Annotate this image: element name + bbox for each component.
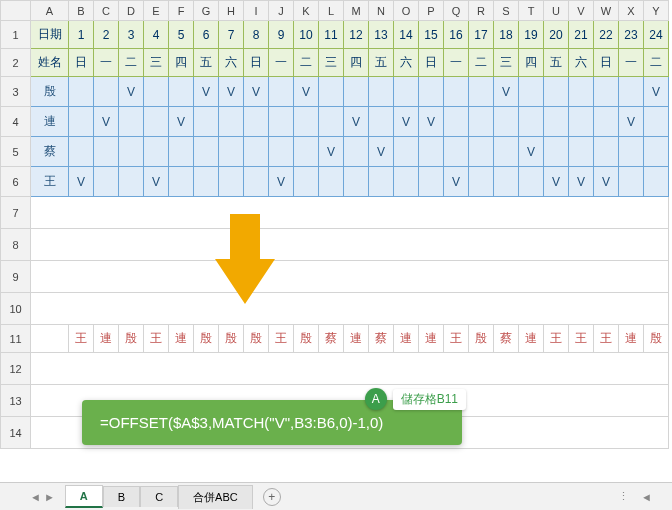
spreadsheet-grid[interactable]: A B C D E F G H I J K L M N O P Q R S T … [0,0,669,449]
person-row: 5 蔡 VVV [1,137,669,167]
row-header[interactable]: 2 [1,49,31,77]
col-header[interactable]: V [569,1,594,21]
row-header[interactable]: 10 [1,293,31,325]
col-header[interactable]: G [194,1,219,21]
sheet-tab-c[interactable]: C [140,486,178,507]
sheet-tab-bar: ◄ ► A B C 合併ABC + ⋮ ◄ [0,482,672,510]
date-label[interactable]: 日期 [31,21,69,49]
result-row: 11 王連殷王連殷殷殷王殷蔡連蔡連連王殷蔡連王王王連殷 [1,325,669,353]
col-header[interactable]: P [419,1,444,21]
col-header[interactable]: Y [644,1,669,21]
col-header[interactable]: N [369,1,394,21]
person-name[interactable]: 王 [31,167,69,197]
row-header[interactable]: 6 [1,167,31,197]
row-header[interactable]: 5 [1,137,31,167]
row-header[interactable]: 11 [1,325,31,353]
row-header[interactable]: 4 [1,107,31,137]
add-sheet-button[interactable]: + [263,488,281,506]
sheet-tab-merge[interactable]: 合併ABC [178,485,253,509]
col-header[interactable]: L [319,1,344,21]
col-header[interactable]: O [394,1,419,21]
person-name[interactable]: 連 [31,107,69,137]
col-header[interactable]: A [31,1,69,21]
col-header[interactable]: X [619,1,644,21]
sheet-tab-b[interactable]: B [103,486,140,507]
tab-scroll-left-icon[interactable]: ◄ [641,491,652,503]
col-header[interactable]: K [294,1,319,21]
date-row: 1 日期 12345678910111213141516171819202122… [1,21,669,49]
col-header[interactable]: D [119,1,144,21]
col-header[interactable]: J [269,1,294,21]
row-header[interactable]: 3 [1,77,31,107]
row-header[interactable]: 13 [1,385,31,417]
sheet-tab-a[interactable]: A [65,485,103,508]
row-header[interactable]: 9 [1,261,31,293]
col-header[interactable]: H [219,1,244,21]
col-header[interactable]: W [594,1,619,21]
person-row: 3 殷 VVVVVVV [1,77,669,107]
col-header[interactable]: M [344,1,369,21]
col-header[interactable]: E [144,1,169,21]
col-header[interactable]: Q [444,1,469,21]
person-row: 6 王 VVVVVVV [1,167,669,197]
tooltip-badge-letter: A [365,388,387,410]
formula-tooltip: A 儲存格B11 =OFFSET($A$3,MATCH("V",B3:B6,0)… [82,400,462,445]
row-header[interactable]: 1 [1,21,31,49]
tab-scroll-sep-icon: ⋮ [618,490,629,503]
col-header[interactable]: I [244,1,269,21]
row-header[interactable]: 7 [1,197,31,229]
person-name[interactable]: 蔡 [31,137,69,167]
col-header[interactable]: S [494,1,519,21]
col-header[interactable]: R [469,1,494,21]
tab-nav-icons[interactable]: ◄ ► [30,491,55,503]
col-header[interactable]: C [94,1,119,21]
weekday-row: 2 姓名 日一二三四五六日一二三四五六日一二三四五六日一二 [1,49,669,77]
col-header[interactable]: U [544,1,569,21]
person-name[interactable]: 殷 [31,77,69,107]
row-header[interactable]: 12 [1,353,31,385]
name-label[interactable]: 姓名 [31,49,69,77]
col-header[interactable]: T [519,1,544,21]
person-row: 4 連 VVVVVV [1,107,669,137]
col-header[interactable]: F [169,1,194,21]
col-header[interactable]: B [69,1,94,21]
tooltip-cell-ref: 儲存格B11 [393,389,466,410]
row-header[interactable]: 14 [1,417,31,449]
select-all-corner[interactable] [1,1,31,21]
row-header[interactable]: 8 [1,229,31,261]
